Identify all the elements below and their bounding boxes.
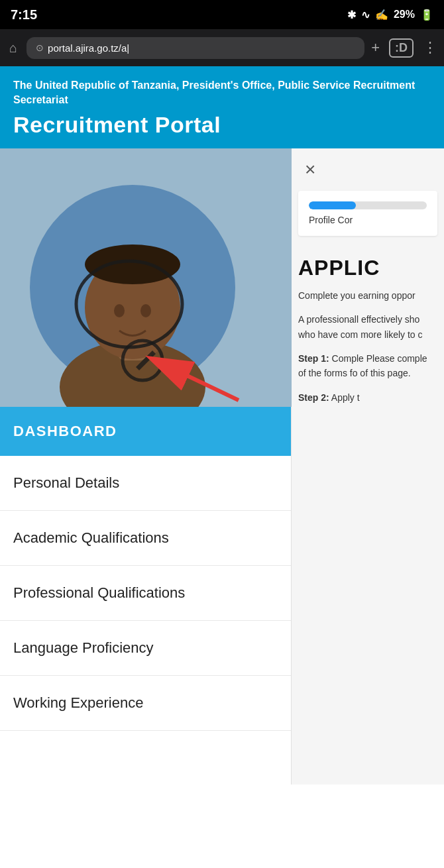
svg-point-6 <box>140 304 151 317</box>
progress-bar-container <box>309 201 427 209</box>
application-title: APPLIC <box>298 256 437 280</box>
battery-icon: 🔋 <box>420 9 433 21</box>
sidebar-item-academic-qualifications[interactable]: Academic Qualifications <box>0 511 291 566</box>
step1-label: Step 1: <box>298 353 329 364</box>
step2-label: Step 2: <box>298 392 329 403</box>
professional-qualifications-label: Professional Qualifications <box>13 584 185 601</box>
header-subtitle: The United Republic of Tanzania, Preside… <box>13 78 431 108</box>
tab-switcher-button[interactable]: :D <box>389 38 414 58</box>
close-button[interactable]: × <box>305 159 315 180</box>
svg-point-7 <box>85 244 180 284</box>
working-experience-label: Working Experience <box>13 694 143 711</box>
application-text-3: Step 1: Comple Please comple of the form… <box>298 351 437 381</box>
lock-icon: ⊙ <box>36 42 44 53</box>
language-proficiency-label: Language Proficiency <box>13 639 154 656</box>
academic-qualifications-label: Academic Qualifications <box>13 529 169 546</box>
sidebar-item-language-proficiency[interactable]: Language Proficiency <box>0 621 291 676</box>
svg-point-5 <box>114 304 125 317</box>
profile-illustration <box>0 148 292 407</box>
time-display: 7:15 <box>11 7 37 23</box>
sidebar-item-professional-qualifications[interactable]: Professional Qualifications <box>0 566 291 621</box>
right-panel: × Profile Cor APPLIC Complete you earnin… <box>292 148 444 785</box>
main-content: Dashboard Personal Details Academic Qual… <box>0 148 444 785</box>
more-options-button[interactable]: ⋮ <box>423 39 437 56</box>
profile-completeness-label: Profile Cor <box>309 215 427 225</box>
home-button[interactable]: ⌂ <box>7 38 20 58</box>
profile-completeness-card: Profile Cor <box>298 191 437 236</box>
url-bar[interactable]: ⊙ portal.ajira.go.tz/a| <box>27 37 364 59</box>
bluetooth-icon: ✱ <box>347 9 356 21</box>
browser-action-buttons: + :D ⋮ <box>371 38 437 58</box>
sidebar-item-personal-details[interactable]: Personal Details <box>0 456 291 511</box>
progress-bar <box>309 201 356 209</box>
browser-chrome: ⌂ ⊙ portal.ajira.go.tz/a| + :D ⋮ <box>0 29 444 66</box>
personal-details-label: Personal Details <box>13 474 119 491</box>
step2-text: Apply t <box>331 392 360 403</box>
url-text: portal.ajira.go.tz/a| <box>48 42 129 54</box>
site-header: The United Republic of Tanzania, Preside… <box>0 66 444 148</box>
header-title: Recruitment Portal <box>13 112 431 138</box>
sidebar: Dashboard Personal Details Academic Qual… <box>0 148 292 785</box>
new-tab-button[interactable]: + <box>371 39 380 56</box>
sidebar-item-dashboard[interactable]: Dashboard <box>0 407 291 456</box>
signal-icon: ✍ <box>375 9 388 21</box>
application-text-1: Complete you earning oppor <box>298 288 437 303</box>
dashboard-label: Dashboard <box>13 423 117 439</box>
application-text-2: A professionall effectively sho who have… <box>298 312 437 342</box>
battery-display: 29% <box>394 9 415 21</box>
wifi-icon: ∿ <box>361 9 370 21</box>
sidebar-item-working-experience[interactable]: Working Experience <box>0 676 291 731</box>
profile-photo-area[interactable] <box>0 148 292 407</box>
status-icons: ✱ ∿ ✍ 29% 🔋 <box>347 9 433 21</box>
application-text-4: Step 2: Apply t <box>298 390 437 405</box>
close-button-area: × <box>292 148 444 191</box>
status-bar: 7:15 ✱ ∿ ✍ 29% 🔋 <box>0 0 444 29</box>
application-section: APPLIC Complete you earning oppor A prof… <box>292 249 444 421</box>
